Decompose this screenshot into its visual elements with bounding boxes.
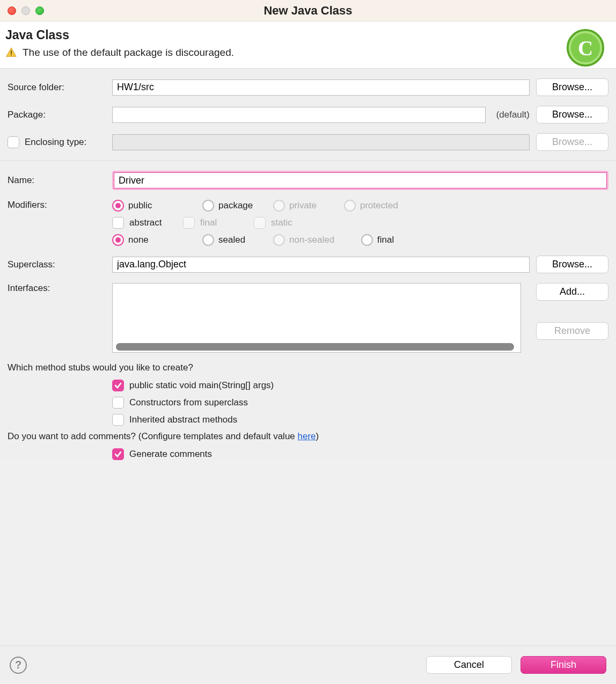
interfaces-label: Interfaces:	[8, 283, 112, 294]
modifier-final-checkbox	[183, 217, 195, 229]
stub-inherited-label: Inherited abstract methods	[129, 414, 237, 425]
generate-comments-checkbox[interactable]	[112, 448, 124, 460]
svg-rect-0	[11, 50, 12, 54]
help-icon[interactable]: ?	[10, 657, 27, 674]
dialog-footer: ? Cancel Finish	[0, 645, 616, 684]
package-label: Package:	[8, 110, 112, 120]
superclass-browse-button[interactable]: Browse...	[536, 256, 608, 273]
modifier-package-label: package	[218, 200, 253, 211]
modifier-final-label: final	[200, 217, 217, 228]
sealing-modifier-group: none sealed non-sealed final	[112, 234, 432, 246]
modifier-protected-label: protected	[360, 200, 398, 211]
package-browse-button[interactable]: Browse...	[536, 106, 608, 123]
method-stubs-question: Which method stubs would you like to cre…	[8, 362, 608, 373]
modifier-sealfinal-radio[interactable]	[361, 234, 373, 246]
source-folder-browse-button[interactable]: Browse...	[536, 78, 608, 96]
configure-templates-link[interactable]: here	[298, 431, 316, 441]
stub-constructors-label: Constructors from superclass	[129, 397, 248, 408]
modifier-private-label: private	[289, 200, 317, 211]
modifier-static-label: static	[271, 217, 292, 228]
stub-inherited-checkbox[interactable]	[112, 414, 124, 426]
package-default-text: (default)	[496, 110, 530, 120]
dialog-header: Java Class The use of the default packag…	[0, 21, 616, 69]
package-input[interactable]	[112, 107, 486, 123]
modifiers-label: Modifiers:	[8, 200, 112, 210]
source-folder-input[interactable]	[112, 79, 530, 96]
modifier-sealed-label: sealed	[218, 235, 245, 245]
access-modifier-group: public package private protected	[112, 200, 432, 212]
modifier-sealfinal-label: final	[377, 235, 394, 245]
modifier-public-label: public	[128, 200, 152, 211]
stub-constructors-checkbox[interactable]	[112, 397, 124, 409]
enclosing-type-label: Enclosing type:	[25, 137, 86, 148]
svg-text:C: C	[578, 37, 593, 60]
stub-main-label: public static void main(String[] args)	[129, 380, 274, 391]
modifier-none-label: none	[128, 235, 149, 245]
interfaces-list[interactable]	[112, 283, 521, 353]
class-file-icon: C	[564, 27, 606, 69]
svg-rect-1	[11, 54, 12, 55]
interfaces-scrollbar[interactable]	[116, 343, 514, 351]
comments-question: Do you want to add comments? (Configure …	[8, 431, 608, 442]
modifier-abstract-label: abstract	[129, 217, 162, 228]
superclass-input[interactable]	[112, 257, 530, 273]
header-message: The use of the default package is discou…	[23, 47, 234, 59]
window-title: New Java Class	[0, 4, 616, 18]
modifier-sealed-radio[interactable]	[202, 234, 214, 246]
modifier-private-radio	[273, 200, 285, 212]
modifier-nonsealed-label: non-sealed	[289, 235, 334, 245]
enclosing-type-input	[112, 134, 530, 150]
interfaces-remove-button: Remove	[536, 322, 608, 340]
name-label: Name:	[8, 175, 112, 186]
modifier-nonsealed-radio	[273, 234, 285, 246]
cancel-button[interactable]: Cancel	[426, 656, 512, 674]
flag-modifier-group: abstract final static	[112, 217, 432, 229]
dialog-content: Source folder: Browse... Package: (defau…	[0, 69, 616, 460]
name-input[interactable]	[114, 172, 607, 188]
warning-icon	[5, 47, 17, 59]
interfaces-add-button[interactable]: Add...	[536, 283, 608, 301]
finish-button[interactable]: Finish	[520, 656, 606, 674]
modifier-static-checkbox	[254, 217, 266, 229]
titlebar: New Java Class	[0, 0, 616, 21]
source-folder-label: Source folder:	[8, 82, 112, 93]
generate-comments-label: Generate comments	[129, 449, 212, 460]
enclosing-type-checkbox[interactable]	[8, 136, 19, 148]
modifier-package-radio[interactable]	[202, 200, 214, 212]
superclass-label: Superclass:	[8, 259, 112, 270]
modifier-none-radio[interactable]	[112, 234, 124, 246]
enclosing-type-browse-button: Browse...	[536, 133, 608, 151]
stub-main-checkbox[interactable]	[112, 380, 124, 391]
modifier-public-radio[interactable]	[112, 200, 124, 212]
modifier-protected-radio	[344, 200, 356, 212]
header-title: Java Class	[5, 28, 606, 42]
modifier-abstract-checkbox[interactable]	[112, 217, 124, 229]
